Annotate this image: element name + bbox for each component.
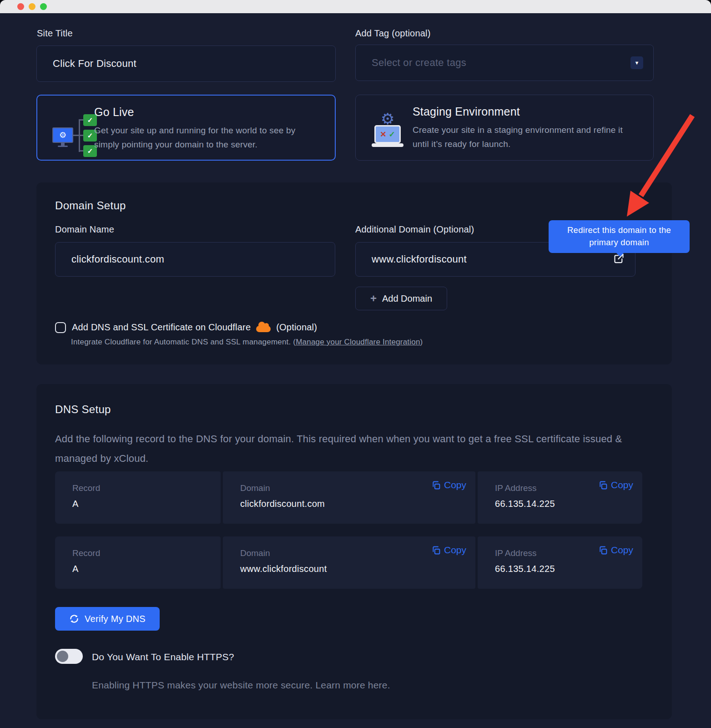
cloudflare-checkbox-label: Add DNS and SSL Certificate on Cloudflar…	[72, 322, 317, 333]
ip-cell: IP Address 66.135.14.225 Copy	[478, 471, 642, 524]
verify-my-dns-button[interactable]: Verify My DNS	[55, 607, 160, 631]
record-cell: Record A	[55, 471, 221, 524]
redirect-tooltip: Redirect this domain to the primary doma…	[549, 220, 690, 253]
additional-domain-label: Additional Domain (Optional)	[355, 224, 474, 235]
tag-placeholder: Select or create tags	[372, 57, 466, 69]
cloudflare-icon	[256, 326, 271, 332]
zoom-window-button[interactable]	[40, 3, 47, 10]
page-content: Site Title Click For Discount Add Tag (o…	[0, 13, 711, 728]
tag-select-input[interactable]: Select or create tags ▼	[355, 45, 654, 81]
copy-icon	[431, 480, 441, 490]
go-live-card[interactable]: ⚙ ✓ ✓ ✓ Go Live Get your site up and run…	[36, 95, 336, 161]
site-title-value: Click For Discount	[53, 58, 136, 70]
copy-icon	[431, 546, 441, 555]
staging-environment-icon: ⚙ ✕ ✓	[373, 112, 405, 157]
domain-setup-section: Domain Setup Domain Name clickfordiscoun…	[36, 182, 672, 364]
cloudflare-checkbox[interactable]	[55, 322, 66, 333]
staging-description: Create your site in a staging environmen…	[413, 123, 640, 152]
go-live-title: Go Live	[94, 106, 134, 119]
copy-ip-button[interactable]: Copy	[598, 545, 633, 556]
ip-cell: IP Address 66.135.14.225 Copy	[478, 536, 642, 589]
site-title-input[interactable]: Click For Discount	[36, 46, 336, 82]
domain-setup-heading: Domain Setup	[55, 199, 126, 212]
copy-icon	[598, 546, 608, 555]
dns-setup-description: Add the following record to the DNS for …	[55, 430, 637, 469]
domain-cell: Domain clickfordiscount.com Copy	[223, 471, 475, 524]
domain-name-input[interactable]: clickfordiscount.com	[55, 242, 335, 277]
https-toggle-label: Do You Want To Enable HTTPS?	[92, 652, 234, 662]
add-tag-label: Add Tag (optional)	[355, 28, 431, 39]
staging-environment-card[interactable]: ⚙ ✕ ✓ Staging Environment Create your si…	[355, 95, 654, 161]
plus-icon: +	[370, 292, 377, 305]
staging-title: Staging Environment	[413, 105, 520, 118]
title-bar	[0, 0, 711, 13]
domain-name-value: clickfordiscount.com	[71, 253, 164, 265]
copy-icon	[598, 480, 608, 490]
toggle-knob	[57, 651, 68, 662]
site-title-label: Site Title	[37, 28, 73, 39]
https-toggle[interactable]	[55, 649, 83, 664]
record-cell: Record A	[55, 536, 221, 589]
domain-cell: Domain www.clickfordiscount Copy	[223, 536, 475, 589]
go-live-description: Get your site up and running for the wor…	[94, 124, 313, 152]
domain-name-label: Domain Name	[55, 224, 114, 235]
additional-domain-value: www.clickfordiscount	[372, 253, 467, 265]
add-domain-button[interactable]: + Add Domain	[355, 287, 447, 310]
dns-record-row: Record A Domain clickfordiscount.com Cop…	[55, 471, 642, 524]
close-window-button[interactable]	[17, 3, 24, 10]
copy-ip-button[interactable]: Copy	[598, 480, 633, 490]
app-window: Site Title Click For Discount Add Tag (o…	[0, 0, 711, 728]
cloudflare-help-text: Integrate Cloudflare for Automatic DNS a…	[71, 338, 423, 347]
refresh-icon	[69, 614, 79, 624]
dns-record-row: Record A Domain www.clickfordiscount Cop…	[55, 536, 642, 589]
copy-domain-button[interactable]: Copy	[431, 480, 466, 490]
https-help-text: Enabling HTTPS makes your website more s…	[92, 680, 390, 691]
manage-cloudflare-link[interactable]: Manage your Cloudflare Integration	[296, 338, 420, 346]
dns-setup-heading: DNS Setup	[55, 403, 111, 416]
chevron-down-icon[interactable]: ▼	[630, 56, 643, 69]
copy-domain-button[interactable]: Copy	[431, 545, 466, 556]
minimize-window-button[interactable]	[29, 3, 35, 10]
go-live-icon: ⚙ ✓ ✓ ✓	[52, 114, 94, 157]
dns-setup-section: DNS Setup Add the following record to th…	[36, 384, 672, 719]
